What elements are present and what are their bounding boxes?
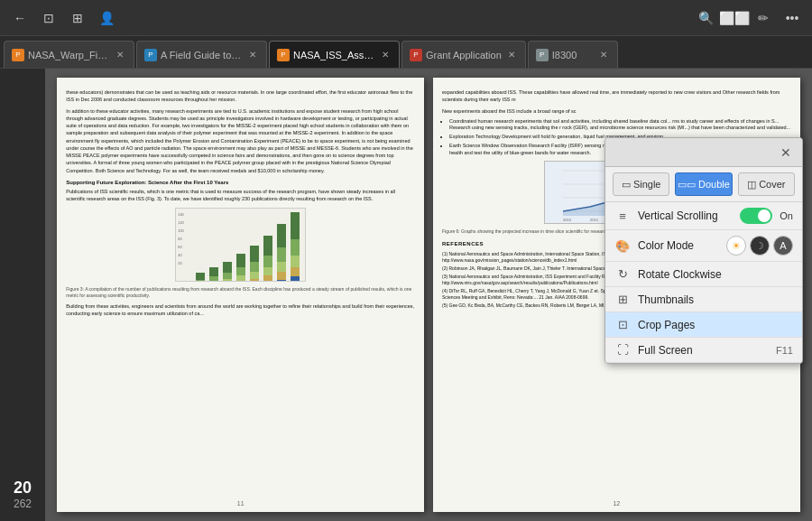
tab-label-2: A Field Guide to Gene...: [161, 50, 243, 60]
rotate-row[interactable]: ↻ Rotate Clockwise: [605, 262, 802, 287]
tab-close-3[interactable]: ✕: [379, 49, 392, 61]
view-mode-double[interactable]: ▭▭ Double: [675, 172, 732, 196]
single-label: Single: [633, 179, 661, 190]
cover-icon: ◫: [747, 179, 756, 191]
color-mode-a[interactable]: A: [773, 236, 793, 256]
svg-text:2010: 2010: [563, 218, 572, 222]
tab-label-3: NASA_ISS_Assembly_Years: [293, 50, 375, 60]
toolbar-btn-1[interactable]: ⊡: [36, 5, 61, 31]
left-page-number: 11: [237, 499, 245, 508]
color-mode-row[interactable]: 🎨 Color Mode ☀ ☽ A: [605, 230, 802, 262]
tab-nasa-iss[interactable]: P NASA_ISS_Assembly_Years ✕: [269, 41, 400, 68]
vertical-scrolling-toggle[interactable]: [740, 208, 772, 224]
color-mode-icon: 🎨: [614, 239, 631, 253]
tab-icon-1: P: [12, 49, 24, 61]
left-p2: In addition to these educator activities…: [66, 107, 415, 174]
tab-i8300[interactable]: P I8300 ✕: [528, 41, 618, 68]
tab-nasa-warp[interactable]: P NASA_Warp_Field_Me... ✕: [4, 41, 134, 68]
bullet-1: Coordinated human research experiments t…: [449, 118, 791, 132]
top-toolbar: ← ⊡ ⊞ 👤 🔍 ⬜⬜ ✏ •••: [0, 0, 812, 36]
tab-icon-3: P: [277, 49, 290, 61]
thumbnails-icon: ⊞: [614, 293, 631, 306]
left-heading: Supporting Future Exploration: Science A…: [66, 179, 415, 186]
back-button[interactable]: ←: [7, 5, 32, 31]
dropdown-header: ✕: [605, 138, 802, 167]
page-total: 262: [14, 498, 32, 510]
dropdown-close-button[interactable]: ✕: [777, 144, 795, 162]
cover-label: Cover: [759, 179, 785, 190]
right-p2: New experiments aboard the ISS include a…: [442, 107, 791, 115]
toggle-knob: [758, 209, 770, 222]
dropdown-menu: ✕ ▭ Single ▭▭ Double ◫ Cover ≡ Vertical …: [604, 137, 803, 364]
left-sidebar: 20 262: [0, 69, 45, 521]
view-mode-cover[interactable]: ◫ Cover: [738, 172, 795, 196]
layout-button[interactable]: ⬜⬜: [722, 5, 747, 31]
search-button[interactable]: 🔍: [693, 5, 718, 31]
tab-icon-2: P: [144, 49, 157, 61]
view-mode-row: ▭ Single ▭▭ Double ◫ Cover: [605, 167, 802, 202]
scroll-icon: ≡: [614, 209, 631, 223]
double-icon: ▭▭: [678, 179, 696, 191]
more-button[interactable]: •••: [780, 5, 805, 31]
right-page-number: 12: [613, 499, 620, 508]
crop-pages-row[interactable]: ⊡ Crop Pages: [605, 312, 802, 338]
rotate-icon: ↻: [614, 267, 631, 281]
right-p1: expanded capabilities aboard ISS. These …: [442, 88, 791, 104]
vertical-scrolling-row[interactable]: ≡ Vertical Scrolling On: [605, 202, 802, 230]
fullscreen-label: Full Screen: [638, 344, 769, 357]
left-caption: Figure 3: A compilation of the number of…: [66, 286, 415, 299]
tab-close-2[interactable]: ✕: [246, 49, 259, 61]
thumbnails-row[interactable]: ⊞ Thumbnails: [605, 287, 802, 312]
page-indicator: 20 262: [14, 479, 32, 510]
tab-icon-4: P: [410, 49, 422, 61]
color-mode-icons: ☀ ☽ A: [726, 236, 793, 256]
tab-close-5[interactable]: ✕: [597, 49, 610, 61]
vertical-scrolling-label: Vertical Scrolling: [638, 209, 733, 222]
left-chart: 2001 2002 2003 2004 2005 2006 2007 2008 …: [175, 208, 306, 282]
thumbnails-label: Thumbnails: [638, 293, 793, 306]
rotate-label: Rotate Clockwise: [638, 268, 793, 281]
fullscreen-icon: ⛶: [614, 343, 631, 357]
toolbar-btn-3[interactable]: 👤: [94, 5, 119, 31]
left-p1: these educators) demonstrates that can b…: [66, 88, 415, 104]
color-mode-moon[interactable]: ☽: [750, 236, 770, 256]
tab-close-4[interactable]: ✕: [505, 49, 518, 61]
color-mode-label: Color Mode: [638, 239, 719, 252]
view-mode-single[interactable]: ▭ Single: [613, 172, 669, 196]
tab-label-4: Grant Application: [426, 50, 502, 60]
left-page-content: these educators) demonstrates that can b…: [57, 78, 424, 512]
tab-field-guide[interactable]: P A Field Guide to Gene... ✕: [136, 41, 267, 68]
left-p3: Publications of ISS scientific results, …: [66, 188, 415, 203]
main-area: 20 262 these educators) demonstrates tha…: [0, 69, 812, 521]
tab-icon-5: P: [536, 49, 549, 61]
svg-text:2015: 2015: [590, 218, 599, 222]
crop-icon: ⊡: [614, 318, 631, 331]
left-footer: Building from these activities, engineer…: [66, 302, 415, 318]
edit-button[interactable]: ✏: [751, 5, 776, 31]
tab-grant[interactable]: P Grant Application ✕: [401, 41, 526, 68]
toggle-on-label: On: [780, 210, 793, 221]
double-label: Double: [698, 179, 730, 190]
page-current: 20: [14, 479, 32, 498]
fullscreen-shortcut: F11: [776, 345, 793, 356]
tab-label-1: NASA_Warp_Field_Me...: [28, 50, 110, 60]
crop-label: Crop Pages: [638, 319, 793, 331]
tab-label-5: I8300: [552, 50, 594, 60]
tab-close-1[interactable]: ✕: [114, 49, 126, 61]
tab-bar: P NASA_Warp_Field_Me... ✕ P A Field Guid…: [0, 36, 812, 69]
toolbar-btn-2[interactable]: ⊞: [65, 5, 90, 31]
fullscreen-row[interactable]: ⛶ Full Screen F11: [605, 338, 802, 363]
left-page: these educators) demonstrates that can b…: [57, 78, 424, 512]
color-mode-sun[interactable]: ☀: [726, 236, 746, 256]
single-icon: ▭: [622, 179, 631, 191]
